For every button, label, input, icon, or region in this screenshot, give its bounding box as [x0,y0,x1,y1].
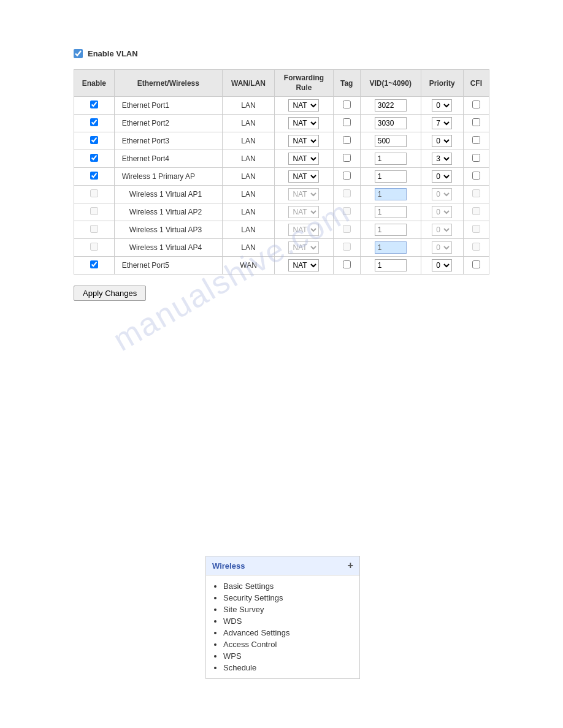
nat-select[interactable]: NAT [288,135,319,147]
table-row: Ethernet Port3LANNAT01234567 [74,132,489,150]
wireless-menu-list: Basic SettingsSecurity SettingsSite Surv… [206,575,359,678]
cfi-checkbox[interactable] [472,260,480,268]
port-name-cell: Wireless 1 Virtual AP3 [114,221,222,239]
priority-cell: 01234567 [421,186,463,203]
table-row: Wireless 1 Virtual AP1LANNAT01234567 [74,186,489,203]
priority-select[interactable]: 01234567 [432,135,452,147]
cfi-checkbox[interactable] [472,118,480,126]
tag-checkbox [343,243,351,251]
tag-cell [333,132,360,150]
priority-cell: 01234567 [421,239,463,257]
row-enable-checkbox-disabled [90,225,98,233]
vid-cell [360,186,421,203]
tag-cell [333,150,360,168]
row-enable-checkbox[interactable] [90,136,98,144]
nat-select[interactable]: NAT [288,188,319,200]
wireless-menu-item[interactable]: Site Survey [223,604,353,615]
cfi-checkbox[interactable] [472,100,480,108]
enable-vlan-label: Enable VLAN [88,49,138,58]
row-enable-checkbox[interactable] [90,260,98,268]
row-enable-checkbox-disabled [90,207,98,215]
enable-vlan-row: Enable VLAN [74,49,489,58]
vid-input[interactable] [375,135,407,147]
priority-select[interactable]: 01234567 [432,224,452,236]
nat-select[interactable]: NAT [288,117,319,129]
wireless-menu-item[interactable]: Advanced Settings [223,627,353,639]
cfi-checkbox [472,243,480,251]
tag-cell [333,186,360,203]
enable-vlan-checkbox[interactable] [74,49,83,58]
wan-lan-cell: WAN [223,257,275,275]
vid-cell [360,239,421,257]
tag-checkbox[interactable] [343,260,351,268]
cfi-cell [463,115,489,132]
nat-select[interactable]: NAT [288,224,319,236]
tag-checkbox [343,189,351,197]
nat-select[interactable]: NAT [288,206,319,218]
tag-cell [333,203,360,221]
wan-lan-cell: LAN [223,239,275,257]
tag-checkbox[interactable] [343,172,351,180]
wireless-menu-item[interactable]: Access Control [223,639,353,650]
vid-input[interactable] [375,117,407,129]
wireless-menu-item[interactable]: WPS [223,650,353,662]
wireless-panel-expand-icon[interactable]: + [348,560,353,571]
tag-checkbox[interactable] [343,154,351,162]
vid-input [375,206,407,218]
priority-cell: 01234567 [421,132,463,150]
vid-cell [360,168,421,186]
priority-select[interactable]: 01234567 [432,188,452,200]
cfi-cell [463,150,489,168]
nat-select[interactable]: NAT [288,99,319,112]
row-enable-checkbox[interactable] [90,118,98,126]
cfi-cell [463,168,489,186]
vid-input[interactable] [375,259,407,271]
priority-select[interactable]: 01234567 [432,153,452,165]
priority-cell: 01234567 [421,221,463,239]
row-enable-checkbox[interactable] [90,100,98,108]
port-name-cell: Wireless 1 Virtual AP1 [114,186,222,203]
priority-select[interactable]: 01234567 [432,206,452,218]
wan-lan-cell: LAN [223,97,275,115]
cfi-checkbox[interactable] [472,154,480,162]
forwarding-rule-cell: NAT [275,221,334,239]
priority-select[interactable]: 01234567 [432,117,452,129]
apply-changes-button[interactable]: Apply Changes [74,286,146,301]
vid-input[interactable] [375,170,407,183]
cfi-cell [463,221,489,239]
port-name-cell: Wireless 1 Virtual AP4 [114,239,222,257]
wireless-menu-item[interactable]: Basic Settings [223,580,353,592]
priority-select[interactable]: 01234567 [432,170,452,183]
nat-select[interactable]: NAT [288,153,319,165]
row-enable-checkbox[interactable] [90,154,98,162]
wireless-menu-item[interactable]: Schedule [223,662,353,673]
row-enable-checkbox-disabled [90,189,98,197]
vlan-table: Enable Ethernet/Wireless WAN/LAN Forward… [74,69,489,275]
wireless-menu-item[interactable]: Security Settings [223,592,353,604]
cfi-checkbox[interactable] [472,136,480,144]
vid-input[interactable] [375,153,407,165]
nat-select[interactable]: NAT [288,259,319,271]
cfi-checkbox [472,207,480,215]
tag-checkbox[interactable] [343,136,351,144]
port-name-cell: Ethernet Port5 [114,257,222,275]
nat-select[interactable]: NAT [288,170,319,183]
vid-cell [360,132,421,150]
vid-cell [360,150,421,168]
vid-input[interactable] [375,99,407,112]
priority-select[interactable]: 01234567 [432,241,452,254]
priority-select[interactable]: 01234567 [432,99,452,112]
nat-select[interactable]: NAT [288,241,319,254]
row-enable-checkbox[interactable] [90,172,98,180]
priority-cell: 01234567 [421,203,463,221]
cfi-checkbox[interactable] [472,172,480,180]
tag-checkbox[interactable] [343,118,351,126]
tag-checkbox[interactable] [343,100,351,108]
wireless-panel: Wireless + Basic SettingsSecurity Settin… [205,556,360,679]
tag-checkbox [343,225,351,233]
vid-cell [360,97,421,115]
wireless-menu-item[interactable]: WDS [223,615,353,627]
wireless-panel-title: Wireless [212,561,245,571]
col-header-priority: Priority [421,70,463,97]
priority-select[interactable]: 01234567 [432,259,452,271]
